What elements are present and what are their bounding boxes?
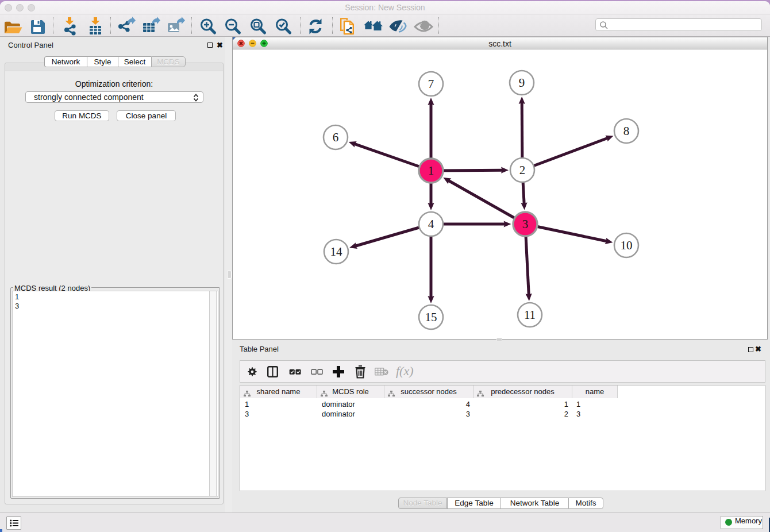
svg-text:8: 8 xyxy=(623,124,630,138)
svg-text:15: 15 xyxy=(425,310,437,324)
svg-text:14: 14 xyxy=(330,245,343,259)
svg-text:10: 10 xyxy=(621,238,633,252)
svg-text:3: 3 xyxy=(522,217,529,231)
svg-text:2: 2 xyxy=(519,163,526,177)
svg-text:11: 11 xyxy=(524,308,536,322)
svg-text:1: 1 xyxy=(428,164,434,178)
svg-text:7: 7 xyxy=(428,77,434,91)
svg-text:6: 6 xyxy=(333,130,339,144)
svg-text:9: 9 xyxy=(519,76,525,90)
svg-text:4: 4 xyxy=(428,217,434,231)
